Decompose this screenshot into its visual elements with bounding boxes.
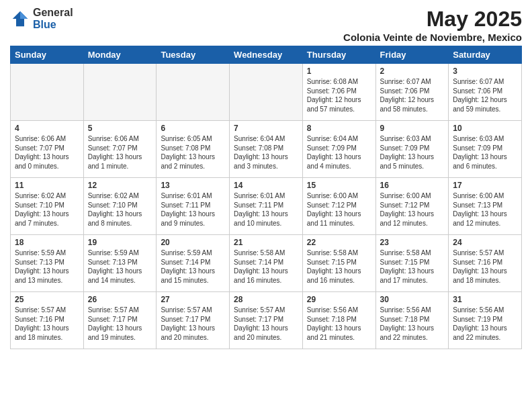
calendar-cell: 8Sunrise: 6:04 AM Sunset: 7:09 PM Daylig… bbox=[302, 121, 375, 178]
cell-info: Sunrise: 6:06 AM Sunset: 7:07 PM Dayligh… bbox=[15, 134, 79, 171]
logo-blue-text: Blue bbox=[33, 19, 73, 31]
cell-info: Sunrise: 6:07 AM Sunset: 7:06 PM Dayligh… bbox=[380, 77, 445, 113]
calendar-cell: 5Sunrise: 6:06 AM Sunset: 7:07 PM Daylig… bbox=[83, 121, 157, 178]
calendar-body: 1Sunrise: 6:08 AM Sunset: 7:06 PM Daylig… bbox=[11, 64, 522, 349]
cell-info: Sunrise: 6:05 AM Sunset: 7:08 PM Dayligh… bbox=[161, 134, 225, 171]
day-number: 16 bbox=[380, 181, 445, 190]
calendar-cell: 6Sunrise: 6:05 AM Sunset: 7:08 PM Daylig… bbox=[157, 121, 230, 178]
calendar-cell: 23Sunrise: 5:58 AM Sunset: 7:15 PM Dayli… bbox=[375, 235, 449, 292]
calendar-cell: 26Sunrise: 5:57 AM Sunset: 7:17 PM Dayli… bbox=[83, 292, 157, 349]
cell-info: Sunrise: 5:59 AM Sunset: 7:14 PM Dayligh… bbox=[161, 248, 225, 285]
calendar-cell: 18Sunrise: 5:59 AM Sunset: 7:13 PM Dayli… bbox=[11, 235, 84, 292]
logo-text: General Blue bbox=[33, 7, 73, 30]
cell-info: Sunrise: 6:07 AM Sunset: 7:06 PM Dayligh… bbox=[453, 77, 517, 113]
location: Colonia Veinte de Noviembre, Mexico bbox=[343, 32, 522, 43]
cell-info: Sunrise: 6:01 AM Sunset: 7:11 PM Dayligh… bbox=[234, 191, 298, 228]
day-number: 28 bbox=[234, 295, 298, 304]
cell-info: Sunrise: 6:04 AM Sunset: 7:09 PM Dayligh… bbox=[307, 134, 371, 171]
cell-info: Sunrise: 5:56 AM Sunset: 7:18 PM Dayligh… bbox=[380, 306, 445, 342]
week-row-3: 18Sunrise: 5:59 AM Sunset: 7:13 PM Dayli… bbox=[11, 235, 522, 292]
calendar-table: SundayMondayTuesdayWednesdayThursdayFrid… bbox=[10, 46, 522, 349]
calendar-cell: 24Sunrise: 5:57 AM Sunset: 7:16 PM Dayli… bbox=[449, 235, 522, 292]
day-number: 29 bbox=[307, 295, 371, 304]
cell-info: Sunrise: 5:59 AM Sunset: 7:13 PM Dayligh… bbox=[88, 248, 152, 285]
cell-info: Sunrise: 5:57 AM Sunset: 7:16 PM Dayligh… bbox=[453, 248, 517, 285]
cell-info: Sunrise: 6:02 AM Sunset: 7:10 PM Dayligh… bbox=[15, 191, 79, 228]
logo-general-text: General bbox=[33, 7, 73, 19]
day-number: 10 bbox=[453, 124, 517, 133]
day-header-saturday: Saturday bbox=[449, 46, 522, 64]
cell-info: Sunrise: 5:57 AM Sunset: 7:17 PM Dayligh… bbox=[234, 306, 298, 342]
day-number: 20 bbox=[161, 238, 225, 247]
calendar-cell bbox=[230, 64, 303, 121]
cell-info: Sunrise: 5:59 AM Sunset: 7:13 PM Dayligh… bbox=[15, 248, 79, 285]
week-row-1: 4Sunrise: 6:06 AM Sunset: 7:07 PM Daylig… bbox=[11, 121, 522, 178]
week-row-2: 11Sunrise: 6:02 AM Sunset: 7:10 PM Dayli… bbox=[11, 178, 522, 235]
day-number: 2 bbox=[380, 66, 445, 76]
day-number: 12 bbox=[88, 181, 152, 190]
calendar-cell: 31Sunrise: 5:56 AM Sunset: 7:19 PM Dayli… bbox=[449, 292, 522, 349]
calendar-cell: 14Sunrise: 6:01 AM Sunset: 7:11 PM Dayli… bbox=[230, 178, 303, 235]
calendar-cell: 15Sunrise: 6:00 AM Sunset: 7:12 PM Dayli… bbox=[302, 178, 375, 235]
day-number: 22 bbox=[307, 238, 371, 247]
calendar-cell: 22Sunrise: 5:58 AM Sunset: 7:15 PM Dayli… bbox=[302, 235, 375, 292]
logo-icon bbox=[10, 9, 30, 29]
calendar-cell bbox=[157, 64, 230, 121]
cell-info: Sunrise: 5:56 AM Sunset: 7:18 PM Dayligh… bbox=[307, 306, 371, 342]
day-number: 27 bbox=[161, 295, 225, 304]
cell-info: Sunrise: 6:03 AM Sunset: 7:09 PM Dayligh… bbox=[453, 134, 517, 171]
day-number: 24 bbox=[453, 238, 517, 247]
day-number: 4 bbox=[15, 124, 79, 133]
day-header-wednesday: Wednesday bbox=[230, 46, 303, 64]
day-number: 31 bbox=[453, 295, 517, 304]
calendar-cell: 10Sunrise: 6:03 AM Sunset: 7:09 PM Dayli… bbox=[449, 121, 522, 178]
day-number: 26 bbox=[88, 295, 152, 304]
calendar-cell: 21Sunrise: 5:58 AM Sunset: 7:14 PM Dayli… bbox=[230, 235, 303, 292]
calendar-cell: 28Sunrise: 5:57 AM Sunset: 7:17 PM Dayli… bbox=[230, 292, 303, 349]
cell-info: Sunrise: 5:58 AM Sunset: 7:15 PM Dayligh… bbox=[380, 248, 445, 285]
calendar-cell: 30Sunrise: 5:56 AM Sunset: 7:18 PM Dayli… bbox=[375, 292, 449, 349]
calendar-cell: 12Sunrise: 6:02 AM Sunset: 7:10 PM Dayli… bbox=[83, 178, 157, 235]
day-number: 17 bbox=[453, 181, 517, 190]
calendar-cell: 3Sunrise: 6:07 AM Sunset: 7:06 PM Daylig… bbox=[449, 64, 522, 121]
day-number: 7 bbox=[234, 124, 298, 133]
day-number: 23 bbox=[380, 238, 445, 247]
day-number: 6 bbox=[161, 124, 225, 133]
cell-info: Sunrise: 5:58 AM Sunset: 7:14 PM Dayligh… bbox=[234, 248, 298, 285]
week-row-0: 1Sunrise: 6:08 AM Sunset: 7:06 PM Daylig… bbox=[11, 64, 522, 121]
cell-info: Sunrise: 5:57 AM Sunset: 7:17 PM Dayligh… bbox=[88, 306, 152, 342]
title-block: May 2025 Colonia Veinte de Noviembre, Me… bbox=[343, 7, 522, 43]
cell-info: Sunrise: 6:06 AM Sunset: 7:07 PM Dayligh… bbox=[88, 134, 152, 171]
day-number: 15 bbox=[307, 181, 371, 190]
day-number: 25 bbox=[15, 295, 79, 304]
calendar-cell bbox=[83, 64, 157, 121]
day-header-monday: Monday bbox=[83, 46, 157, 64]
calendar-cell: 29Sunrise: 5:56 AM Sunset: 7:18 PM Dayli… bbox=[302, 292, 375, 349]
day-number: 3 bbox=[453, 66, 517, 76]
cell-info: Sunrise: 6:08 AM Sunset: 7:06 PM Dayligh… bbox=[307, 77, 371, 113]
cell-info: Sunrise: 6:00 AM Sunset: 7:12 PM Dayligh… bbox=[380, 191, 445, 228]
cell-info: Sunrise: 6:03 AM Sunset: 7:09 PM Dayligh… bbox=[380, 134, 445, 171]
cell-info: Sunrise: 6:00 AM Sunset: 7:13 PM Dayligh… bbox=[453, 191, 517, 228]
day-number: 14 bbox=[234, 181, 298, 190]
calendar-cell: 25Sunrise: 5:57 AM Sunset: 7:16 PM Dayli… bbox=[11, 292, 84, 349]
calendar-header-row: SundayMondayTuesdayWednesdayThursdayFrid… bbox=[11, 46, 522, 64]
calendar-cell: 2Sunrise: 6:07 AM Sunset: 7:06 PM Daylig… bbox=[375, 64, 449, 121]
day-number: 8 bbox=[307, 124, 371, 133]
cell-info: Sunrise: 6:01 AM Sunset: 7:11 PM Dayligh… bbox=[161, 191, 225, 228]
day-header-sunday: Sunday bbox=[11, 46, 84, 64]
calendar-cell: 17Sunrise: 6:00 AM Sunset: 7:13 PM Dayli… bbox=[449, 178, 522, 235]
calendar-cell: 19Sunrise: 5:59 AM Sunset: 7:13 PM Dayli… bbox=[83, 235, 157, 292]
calendar-cell: 27Sunrise: 5:57 AM Sunset: 7:17 PM Dayli… bbox=[157, 292, 230, 349]
day-number: 11 bbox=[15, 181, 79, 190]
day-header-tuesday: Tuesday bbox=[157, 46, 230, 64]
day-number: 5 bbox=[88, 124, 152, 133]
calendar-cell: 1Sunrise: 6:08 AM Sunset: 7:06 PM Daylig… bbox=[302, 64, 375, 121]
calendar-cell: 20Sunrise: 5:59 AM Sunset: 7:14 PM Dayli… bbox=[157, 235, 230, 292]
cell-info: Sunrise: 5:57 AM Sunset: 7:17 PM Dayligh… bbox=[161, 306, 225, 342]
calendar-cell: 4Sunrise: 6:06 AM Sunset: 7:07 PM Daylig… bbox=[11, 121, 84, 178]
calendar-cell: 16Sunrise: 6:00 AM Sunset: 7:12 PM Dayli… bbox=[375, 178, 449, 235]
calendar-cell: 7Sunrise: 6:04 AM Sunset: 7:08 PM Daylig… bbox=[230, 121, 303, 178]
day-number: 19 bbox=[88, 238, 152, 247]
day-number: 18 bbox=[15, 238, 79, 247]
